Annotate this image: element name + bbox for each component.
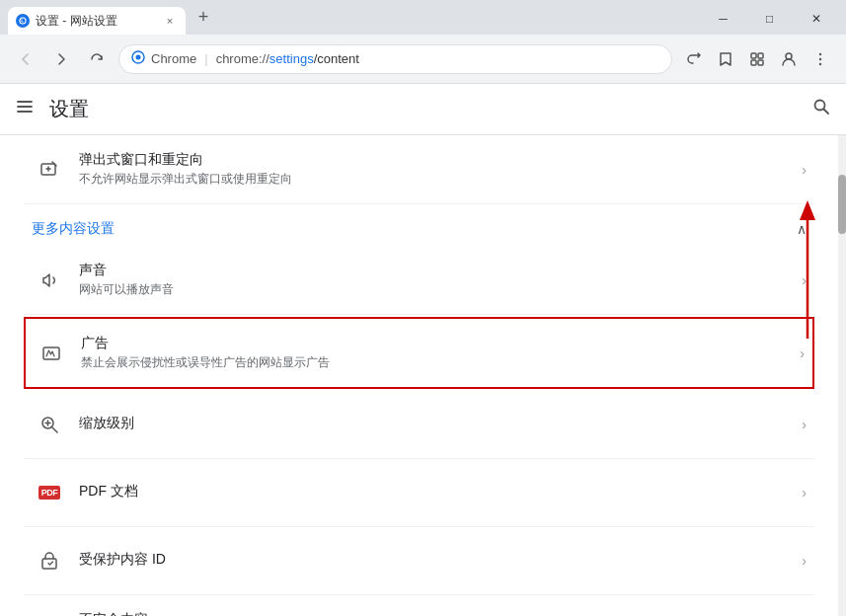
sound-item-title: 声音 bbox=[79, 262, 790, 279]
zoom-item-title: 缩放级别 bbox=[79, 415, 790, 432]
unsafe-item-title: 不安全内容 bbox=[79, 611, 790, 616]
maximize-button[interactable]: □ bbox=[747, 7, 792, 31]
popup-item-title: 弹出式窗口和重定向 bbox=[79, 151, 790, 169]
share-button[interactable] bbox=[680, 45, 708, 73]
zoom-setting-item[interactable]: 缩放级别 › bbox=[24, 391, 814, 459]
search-button[interactable] bbox=[812, 98, 830, 120]
ads-arrow-icon: › bbox=[800, 346, 805, 361]
new-tab-button[interactable]: + bbox=[190, 4, 217, 32]
sound-item-content: 声音 网站可以播放声音 bbox=[67, 262, 802, 298]
sound-setting-item[interactable]: 声音 网站可以播放声音 › bbox=[24, 246, 814, 315]
sound-arrow-icon: › bbox=[802, 272, 807, 288]
pdf-item-content: PDF 文档 bbox=[67, 483, 802, 502]
forward-button[interactable] bbox=[47, 45, 75, 73]
sound-icon bbox=[32, 263, 67, 298]
svg-point-1 bbox=[136, 55, 141, 60]
zoom-arrow-icon: › bbox=[802, 417, 807, 432]
popup-item-content: 弹出式窗口和重定向 不允许网站显示弹出式窗口或使用重定向 bbox=[67, 151, 802, 188]
title-bar: 设置 - 网站设置 × + ─ □ ✕ bbox=[0, 0, 846, 35]
hamburger-menu-icon[interactable] bbox=[16, 98, 34, 120]
tab-favicon bbox=[16, 14, 30, 28]
popup-setting-item[interactable]: 弹出式窗口和重定向 不允许网站显示弹出式窗口或使用重定向 › bbox=[24, 135, 814, 204]
drm-icon bbox=[32, 543, 67, 578]
drm-item-title: 受保护内容 ID bbox=[79, 551, 790, 569]
svg-rect-2 bbox=[751, 53, 756, 58]
url-chrome-label: Chrome bbox=[151, 51, 196, 66]
popup-icon bbox=[32, 152, 67, 188]
drm-item-content: 受保护内容 ID bbox=[67, 551, 802, 571]
settings-list: 弹出式窗口和重定向 不允许网站显示弹出式窗口或使用重定向 › 更多内容设置 ∧ bbox=[0, 135, 838, 616]
pdf-item-title: PDF 文档 bbox=[79, 483, 790, 500]
content-scroll[interactable]: 弹出式窗口和重定向 不允许网站显示弹出式窗口或使用重定向 › 更多内容设置 ∧ bbox=[0, 135, 838, 616]
extension-button[interactable] bbox=[743, 45, 771, 73]
popup-arrow-icon: › bbox=[802, 162, 807, 178]
settings-page: 设置 弹出式窗口和重定向 不允许网站显示弹出式窗口或使用重定向 bbox=[0, 84, 846, 616]
active-tab[interactable]: 设置 - 网站设置 × bbox=[8, 7, 186, 35]
content-area: 弹出式窗口和重定向 不允许网站显示弹出式窗口或使用重定向 › 更多内容设置 ∧ bbox=[0, 135, 846, 616]
tab-bar: 设置 - 网站设置 × + bbox=[8, 0, 701, 35]
zoom-item-content: 缩放级别 bbox=[67, 415, 802, 434]
popup-item-subtitle: 不允许网站显示弹出式窗口或使用重定向 bbox=[79, 171, 790, 188]
ads-item-subtitle: 禁止会展示侵扰性或误导性广告的网站显示广告 bbox=[81, 354, 788, 371]
scrollbar-thumb[interactable] bbox=[838, 175, 846, 234]
ads-item-content: 广告 禁止会展示侵扰性或误导性广告的网站显示广告 bbox=[69, 335, 800, 371]
refresh-button[interactable] bbox=[83, 45, 111, 73]
scrollbar-track[interactable] bbox=[838, 135, 846, 616]
svg-rect-3 bbox=[758, 53, 763, 58]
browser-menu-button[interactable] bbox=[807, 45, 834, 73]
page-title: 设置 bbox=[49, 96, 797, 122]
svg-line-14 bbox=[824, 110, 829, 115]
address-bar: Chrome | chrome://settings/content bbox=[0, 35, 846, 84]
drm-arrow-icon: › bbox=[802, 553, 807, 569]
svg-rect-4 bbox=[751, 60, 756, 65]
pdf-icon: PDF bbox=[32, 475, 67, 510]
warning-icon bbox=[32, 612, 67, 617]
unsafe-setting-item[interactable]: 不安全内容 默认情况下，此处因以允许下天安全内容 › bbox=[24, 595, 814, 616]
pdf-arrow-icon: › bbox=[802, 485, 807, 500]
svg-point-6 bbox=[786, 53, 792, 59]
close-button[interactable]: ✕ bbox=[794, 7, 838, 31]
ads-icon bbox=[34, 336, 69, 371]
svg-rect-5 bbox=[758, 60, 763, 65]
minimize-button[interactable]: ─ bbox=[701, 7, 745, 31]
profile-button[interactable] bbox=[775, 45, 803, 73]
tab-title: 设置 - 网站设置 bbox=[36, 13, 156, 30]
zoom-icon bbox=[32, 407, 67, 442]
bookmark-button[interactable] bbox=[712, 45, 739, 73]
unsafe-item-content: 不安全内容 默认情况下，此处因以允许下天安全内容 bbox=[67, 611, 802, 616]
url-text: chrome://settings/content bbox=[216, 51, 359, 66]
tab-close-button[interactable]: × bbox=[162, 13, 178, 29]
svg-point-7 bbox=[819, 52, 821, 54]
svg-point-8 bbox=[819, 57, 821, 59]
section-collapse-icon: ∧ bbox=[797, 221, 807, 237]
sound-item-subtitle: 网站可以播放声音 bbox=[79, 281, 790, 298]
more-settings-section-header[interactable]: 更多内容设置 ∧ bbox=[24, 204, 814, 246]
url-divider: | bbox=[204, 51, 207, 66]
url-bar[interactable]: Chrome | chrome://settings/content bbox=[118, 44, 672, 74]
back-button[interactable] bbox=[12, 45, 39, 73]
main-container: 设置 弹出式窗口和重定向 不允许网站显示弹出式窗口或使用重定向 bbox=[0, 84, 846, 616]
ads-item-title: 广告 bbox=[81, 335, 788, 352]
svg-point-9 bbox=[819, 62, 821, 64]
more-settings-label: 更多内容设置 bbox=[32, 220, 115, 238]
chrome-logo-icon bbox=[131, 50, 145, 67]
pdf-setting-item[interactable]: PDF PDF 文档 › bbox=[24, 459, 814, 527]
drm-setting-item[interactable]: 受保护内容 ID › bbox=[24, 527, 814, 595]
settings-header: 设置 bbox=[0, 84, 846, 135]
toolbar-actions bbox=[680, 45, 834, 73]
window-controls: ─ □ ✕ bbox=[701, 7, 838, 31]
svg-line-20 bbox=[52, 427, 57, 432]
ads-setting-item[interactable]: 广告 禁止会展示侵扰性或误导性广告的网站显示广告 › bbox=[24, 317, 814, 389]
